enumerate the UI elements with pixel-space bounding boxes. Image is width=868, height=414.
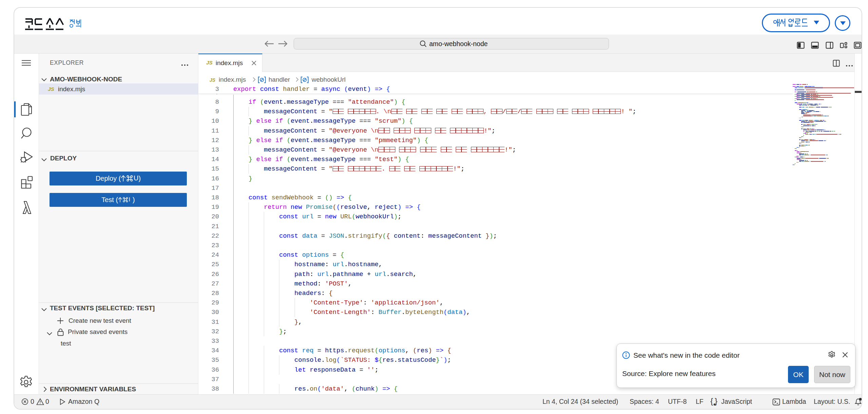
svg-text:{: { <box>710 397 713 406</box>
svg-text:I: I <box>129 196 131 203</box>
svg-text:U: U <box>134 175 138 182</box>
